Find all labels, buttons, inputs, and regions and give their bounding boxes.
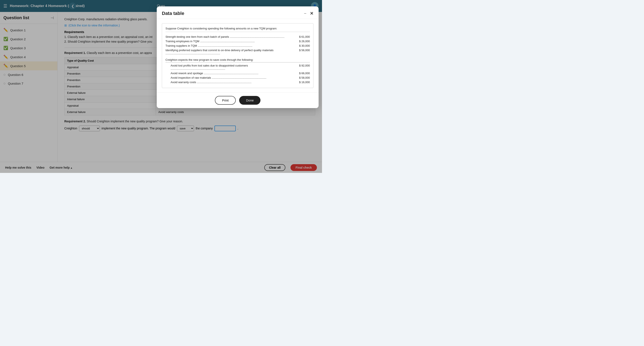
done-button[interactable]: Done [239, 96, 260, 105]
modal-header: Data table − ✕ [157, 7, 318, 19]
modal-controls: − ✕ [304, 11, 314, 16]
savings-row: Avoid inspection of raw materials ......… [166, 76, 310, 80]
modal-close-button[interactable]: ✕ [310, 11, 314, 16]
data-table-modal: Data table − ✕ Suppose Creighton is cons… [157, 7, 318, 108]
modal-overlay: Data table − ✕ Suppose Creighton is cons… [0, 0, 322, 173]
savings-section-title: Creighton expects the new program to sav… [166, 58, 310, 63]
modal-footer: Print Done [157, 92, 318, 108]
modal-body: Suppose Creighton is considering spendin… [157, 19, 318, 92]
savings-row: Avoid warranty costs ...................… [166, 80, 310, 84]
spending-row: Identifying preferred suppliers that com… [166, 48, 310, 56]
modal-title: Data table [162, 11, 184, 16]
modal-minimize-button[interactable]: − [304, 11, 306, 16]
savings-row: Avoid rework and spoilage ..............… [166, 71, 310, 76]
data-table-intro: Suppose Creighton is considering spendin… [166, 27, 310, 32]
savings-row: Avoid lost profits from lost sales due t… [166, 63, 310, 71]
spending-row: Strength-testing one item from each batc… [166, 35, 310, 39]
spending-row: Training employees in TQM ..............… [166, 39, 310, 44]
print-button[interactable]: Print [215, 96, 236, 105]
spending-row: Training suppliers in TQM ..............… [166, 44, 310, 48]
data-table-content: Suppose Creighton is considering spendin… [162, 23, 314, 88]
